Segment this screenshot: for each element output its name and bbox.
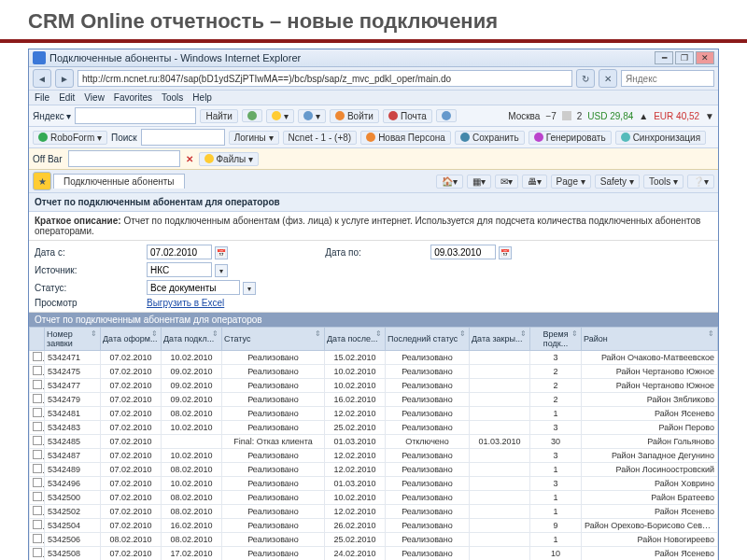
row-checkbox[interactable] [33, 366, 42, 375]
refresh-button[interactable]: ↻ [576, 69, 595, 88]
table-row[interactable]: 534247507.02.201009.02.2010Реализовано10… [30, 365, 718, 379]
minimize-button[interactable]: ━ [655, 51, 673, 64]
roboform-sync[interactable]: Синхронизация [615, 131, 706, 145]
col-header[interactable] [30, 328, 45, 351]
dropdown-icon[interactable]: ▾ [215, 264, 228, 277]
offbar-files[interactable]: Файлы ▾ [199, 152, 260, 166]
search-input[interactable] [621, 70, 714, 87]
table-row[interactable]: 534250807.02.201017.02.2010Реализовано24… [30, 547, 718, 561]
table-row[interactable]: 534247107.02.201010.02.2010Реализовано15… [30, 351, 718, 365]
maximize-button[interactable]: ❐ [675, 51, 694, 64]
table-row[interactable]: 534250608.02.201008.02.2010Реализовано25… [30, 533, 718, 547]
col-header[interactable]: Дата закры...⇕ [470, 328, 530, 351]
menu-view[interactable]: View [84, 92, 105, 103]
menu-file[interactable]: File [35, 92, 49, 103]
menu-tools[interactable]: Tools [162, 92, 183, 103]
yandex-mail[interactable]: Почта [383, 109, 432, 123]
table-row[interactable]: 534250007.02.201008.02.2010Реализовано10… [30, 491, 718, 505]
offbar-close-icon[interactable]: ✕ [186, 154, 193, 164]
roboform-generate[interactable]: Генерировать [529, 131, 612, 145]
table-row[interactable]: 534248307.02.201010.02.2010Реализовано25… [30, 421, 718, 435]
col-header[interactable]: Район⇕ [582, 328, 718, 351]
calendar-icon[interactable]: 📅 [499, 246, 512, 259]
favorites-icon[interactable]: ★ [33, 172, 51, 190]
back-button[interactable]: ◄ [33, 69, 51, 88]
toolbar-icon-3[interactable]: ▾ [298, 109, 326, 123]
row-checkbox[interactable] [33, 450, 42, 459]
files-text: Файлы ▾ [217, 154, 254, 164]
col-header[interactable]: Номер заявки⇕ [45, 328, 101, 351]
col-header[interactable]: Время подк...⇕ [530, 328, 582, 351]
row-checkbox[interactable] [33, 548, 42, 557]
status-input[interactable] [147, 280, 240, 295]
help-icon[interactable]: ❔▾ [687, 175, 714, 189]
offbar-input[interactable] [68, 150, 180, 167]
roboform-ncnet[interactable]: Ncnet - 1 - (+8) [283, 131, 358, 145]
row-checkbox[interactable] [33, 464, 42, 473]
menu-edit[interactable]: Edit [59, 92, 75, 103]
url-input[interactable] [78, 70, 572, 87]
col-header[interactable]: Дата после...⇕ [325, 328, 386, 351]
table-row[interactable]: 534248107.02.201008.02.2010Реализовано12… [30, 407, 718, 421]
table-row[interactable]: 534249607.02.201010.02.2010Реализовано01… [30, 477, 718, 491]
date-to-input[interactable] [430, 245, 496, 259]
row-checkbox[interactable] [33, 408, 42, 417]
toolbar-icon-2[interactable]: ▾ [266, 109, 294, 123]
col-header[interactable]: Дата подкл...⇕ [162, 328, 222, 351]
col-header[interactable]: Последний статус⇕ [386, 328, 470, 351]
roboform-logins[interactable]: Логины ▾ [229, 131, 279, 145]
status-label: Статус: [35, 283, 139, 293]
col-header[interactable]: Дата оформ...⇕ [101, 328, 162, 351]
export-link[interactable]: Выгрузить в Excel [147, 298, 317, 308]
yandex-search[interactable] [75, 107, 196, 124]
mail-icon[interactable]: ✉▾ [495, 175, 518, 189]
print-icon[interactable]: 🖶▾ [522, 175, 547, 189]
dropdown-icon[interactable]: ▾ [243, 282, 256, 295]
calendar-icon[interactable]: 📅 [215, 246, 228, 259]
roboform-persona[interactable]: Новая Персона [360, 131, 451, 145]
source-input[interactable] [147, 262, 212, 277]
feeds-icon[interactable]: ▦▾ [467, 175, 491, 189]
row-checkbox[interactable] [33, 422, 42, 431]
row-checkbox[interactable] [33, 380, 42, 389]
safety-menu[interactable]: Safety ▾ [595, 175, 640, 189]
row-checkbox[interactable] [33, 436, 42, 445]
row-checkbox[interactable] [33, 520, 42, 529]
yandex-find[interactable]: Найти [200, 109, 238, 123]
yandex-login[interactable]: Войти [330, 109, 379, 123]
stop-button[interactable]: ✕ [599, 69, 617, 88]
row-checkbox[interactable] [33, 534, 42, 543]
menu-favorites[interactable]: Favorites [114, 92, 152, 103]
roboform-search[interactable] [141, 129, 225, 146]
forward-button[interactable]: ► [55, 69, 74, 88]
table-row[interactable]: 534247707.02.201009.02.2010Реализовано10… [30, 379, 718, 393]
roboform-label[interactable]: RoboForm ▾ [33, 131, 107, 145]
row-checkbox[interactable] [33, 478, 42, 487]
menu-help[interactable]: Help [192, 92, 212, 103]
close-button[interactable]: ✕ [696, 51, 714, 64]
browser-tab[interactable]: Подключенные абоненты [53, 174, 185, 189]
roboform-save[interactable]: Сохранить [455, 131, 525, 145]
table-row[interactable]: 534247907.02.201009.02.2010Реализовано16… [30, 393, 718, 407]
mail-label: Почта [401, 111, 427, 121]
home-icon[interactable]: 🏠▾ [436, 175, 463, 189]
toolbar-icon-4[interactable] [436, 109, 457, 122]
table-row[interactable]: 534250207.02.201008.02.2010Реализовано12… [30, 505, 718, 519]
yandex-label[interactable]: Яндекс ▾ [33, 111, 71, 121]
row-checkbox[interactable] [33, 492, 42, 501]
table-row[interactable]: 534248507.02.2010Final: Отказ клиента01.… [30, 435, 718, 449]
table-row[interactable]: 534248907.02.201008.02.2010Реализовано12… [30, 463, 718, 477]
table-row[interactable]: 534248707.02.201010.02.2010Реализовано12… [30, 449, 718, 463]
row-checkbox[interactable] [33, 394, 42, 403]
date-from-input[interactable] [147, 245, 212, 259]
tools-menu[interactable]: Tools ▾ [643, 175, 684, 189]
table-row[interactable]: 534250407.02.201016.02.2010Реализовано26… [30, 519, 718, 533]
date-to-label: Дата по: [325, 247, 423, 258]
col-header[interactable]: Статус⇕ [222, 328, 325, 351]
toolbar-icon-1[interactable] [242, 109, 262, 122]
temp-label: −7 [545, 111, 556, 121]
page-menu[interactable]: Page ▾ [551, 175, 591, 189]
row-checkbox[interactable] [33, 506, 42, 515]
data-table: Номер заявки⇕Дата оформ...⇕Дата подкл...… [29, 327, 718, 560]
row-checkbox[interactable] [33, 352, 42, 361]
